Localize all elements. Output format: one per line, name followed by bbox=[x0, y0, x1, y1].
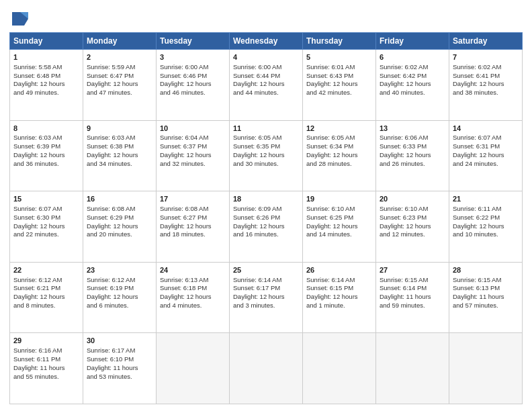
calendar-cell: 13Sunrise: 6:06 AMSunset: 6:33 PMDayligh… bbox=[376, 120, 449, 191]
day-info: Sunrise: 6:13 AMSunset: 6:18 PMDaylight:… bbox=[160, 276, 212, 309]
logo-icon bbox=[9, 9, 28, 28]
day-info: Sunrise: 6:12 AMSunset: 6:21 PMDaylight:… bbox=[13, 276, 65, 309]
day-number: 26 bbox=[306, 265, 372, 275]
calendar-cell: 7Sunrise: 6:02 AMSunset: 6:41 PMDaylight… bbox=[449, 50, 523, 121]
day-info: Sunrise: 6:14 AMSunset: 6:17 PMDaylight:… bbox=[233, 276, 285, 309]
day-number: 27 bbox=[380, 265, 445, 275]
day-info: Sunrise: 6:00 AMSunset: 6:46 PMDaylight:… bbox=[160, 63, 212, 96]
day-info: Sunrise: 6:05 AMSunset: 6:35 PMDaylight:… bbox=[233, 134, 285, 167]
day-number: 18 bbox=[233, 194, 299, 204]
day-info: Sunrise: 6:07 AMSunset: 6:31 PMDaylight:… bbox=[453, 134, 504, 167]
calendar-cell: 10Sunrise: 6:04 AMSunset: 6:37 PMDayligh… bbox=[157, 120, 230, 191]
day-number: 1 bbox=[13, 52, 79, 62]
page: SundayMondayTuesdayWednesdayThursdayFrid… bbox=[0, 0, 532, 411]
calendar-cell: 1Sunrise: 5:58 AMSunset: 6:48 PMDaylight… bbox=[10, 50, 83, 121]
day-number: 29 bbox=[13, 336, 79, 346]
day-number: 22 bbox=[13, 265, 79, 275]
day-number: 10 bbox=[160, 124, 226, 134]
calendar-cell: 4Sunrise: 6:00 AMSunset: 6:44 PMDaylight… bbox=[230, 50, 303, 121]
header bbox=[9, 7, 523, 28]
week-row-1: 1Sunrise: 5:58 AMSunset: 6:48 PMDaylight… bbox=[10, 50, 523, 121]
day-number: 5 bbox=[306, 52, 372, 62]
calendar-table: SundayMondayTuesdayWednesdayThursdayFrid… bbox=[9, 32, 523, 404]
week-row-3: 15Sunrise: 6:07 AMSunset: 6:30 PMDayligh… bbox=[10, 191, 523, 263]
day-info: Sunrise: 6:16 AMSunset: 6:11 PMDaylight:… bbox=[13, 347, 65, 379]
day-number: 19 bbox=[306, 194, 372, 204]
header-row: SundayMondayTuesdayWednesdayThursdayFrid… bbox=[10, 33, 523, 50]
calendar-cell: 9Sunrise: 6:03 AMSunset: 6:38 PMDaylight… bbox=[83, 120, 157, 191]
day-info: Sunrise: 6:03 AMSunset: 6:38 PMDaylight:… bbox=[87, 134, 138, 167]
calendar-cell: 11Sunrise: 6:05 AMSunset: 6:35 PMDayligh… bbox=[230, 120, 303, 191]
calendar-cell: 27Sunrise: 6:15 AMSunset: 6:14 PMDayligh… bbox=[376, 262, 449, 333]
calendar-cell: 21Sunrise: 6:11 AMSunset: 6:22 PMDayligh… bbox=[449, 191, 523, 263]
calendar-cell: 12Sunrise: 6:05 AMSunset: 6:34 PMDayligh… bbox=[303, 120, 376, 191]
calendar-cell bbox=[303, 333, 376, 404]
day-number: 15 bbox=[13, 194, 79, 204]
calendar-cell: 28Sunrise: 6:15 AMSunset: 6:13 PMDayligh… bbox=[449, 262, 523, 333]
day-info: Sunrise: 6:00 AMSunset: 6:44 PMDaylight:… bbox=[233, 63, 285, 96]
calendar-cell: 25Sunrise: 6:14 AMSunset: 6:17 PMDayligh… bbox=[230, 262, 303, 333]
day-number: 25 bbox=[233, 265, 299, 275]
day-number: 9 bbox=[87, 124, 152, 134]
header-day-sunday: Sunday bbox=[10, 33, 83, 50]
header-day-friday: Friday bbox=[376, 33, 449, 50]
day-info: Sunrise: 6:17 AMSunset: 6:10 PMDaylight:… bbox=[87, 347, 138, 379]
calendar-cell: 16Sunrise: 6:08 AMSunset: 6:29 PMDayligh… bbox=[83, 191, 157, 263]
calendar-cell: 14Sunrise: 6:07 AMSunset: 6:31 PMDayligh… bbox=[449, 120, 523, 191]
calendar-cell: 6Sunrise: 6:02 AMSunset: 6:42 PMDaylight… bbox=[376, 50, 449, 121]
day-info: Sunrise: 6:03 AMSunset: 6:39 PMDaylight:… bbox=[13, 134, 65, 167]
calendar-cell: 23Sunrise: 6:12 AMSunset: 6:19 PMDayligh… bbox=[83, 262, 157, 333]
day-number: 21 bbox=[453, 194, 519, 204]
calendar-cell: 20Sunrise: 6:10 AMSunset: 6:23 PMDayligh… bbox=[376, 191, 449, 263]
day-number: 28 bbox=[453, 265, 519, 275]
calendar-cell bbox=[230, 333, 303, 404]
day-info: Sunrise: 6:14 AMSunset: 6:15 PMDaylight:… bbox=[306, 276, 358, 309]
day-number: 6 bbox=[380, 52, 445, 62]
day-info: Sunrise: 6:15 AMSunset: 6:13 PMDaylight:… bbox=[453, 276, 504, 309]
calendar-cell bbox=[157, 333, 230, 404]
day-number: 23 bbox=[87, 265, 152, 275]
day-info: Sunrise: 6:07 AMSunset: 6:30 PMDaylight:… bbox=[13, 205, 65, 238]
header-day-tuesday: Tuesday bbox=[157, 33, 230, 50]
day-info: Sunrise: 6:11 AMSunset: 6:22 PMDaylight:… bbox=[453, 205, 504, 238]
day-info: Sunrise: 6:15 AMSunset: 6:14 PMDaylight:… bbox=[380, 276, 431, 309]
day-number: 14 bbox=[453, 124, 519, 134]
day-number: 13 bbox=[380, 124, 445, 134]
day-info: Sunrise: 6:04 AMSunset: 6:37 PMDaylight:… bbox=[160, 134, 212, 167]
header-day-thursday: Thursday bbox=[303, 33, 376, 50]
day-info: Sunrise: 6:12 AMSunset: 6:19 PMDaylight:… bbox=[87, 276, 138, 309]
day-info: Sunrise: 6:09 AMSunset: 6:26 PMDaylight:… bbox=[233, 205, 285, 238]
day-number: 17 bbox=[160, 194, 226, 204]
day-number: 20 bbox=[380, 194, 445, 204]
day-number: 16 bbox=[87, 194, 152, 204]
day-number: 11 bbox=[233, 124, 299, 134]
week-row-4: 22Sunrise: 6:12 AMSunset: 6:21 PMDayligh… bbox=[10, 262, 523, 333]
day-info: Sunrise: 5:59 AMSunset: 6:47 PMDaylight:… bbox=[87, 63, 138, 96]
calendar-cell bbox=[376, 333, 449, 404]
day-number: 24 bbox=[160, 265, 226, 275]
day-info: Sunrise: 6:08 AMSunset: 6:27 PMDaylight:… bbox=[160, 205, 212, 238]
day-info: Sunrise: 6:01 AMSunset: 6:43 PMDaylight:… bbox=[306, 63, 358, 96]
calendar-cell: 2Sunrise: 5:59 AMSunset: 6:47 PMDaylight… bbox=[83, 50, 157, 121]
calendar-cell: 3Sunrise: 6:00 AMSunset: 6:46 PMDaylight… bbox=[157, 50, 230, 121]
calendar-cell: 17Sunrise: 6:08 AMSunset: 6:27 PMDayligh… bbox=[157, 191, 230, 263]
day-number: 2 bbox=[87, 52, 152, 62]
day-number: 4 bbox=[233, 52, 299, 62]
calendar-cell: 26Sunrise: 6:14 AMSunset: 6:15 PMDayligh… bbox=[303, 262, 376, 333]
calendar-cell: 30Sunrise: 6:17 AMSunset: 6:10 PMDayligh… bbox=[83, 333, 157, 404]
day-number: 7 bbox=[453, 52, 519, 62]
calendar-cell: 15Sunrise: 6:07 AMSunset: 6:30 PMDayligh… bbox=[10, 191, 83, 263]
calendar-cell: 24Sunrise: 6:13 AMSunset: 6:18 PMDayligh… bbox=[157, 262, 230, 333]
calendar-cell bbox=[449, 333, 523, 404]
calendar-cell: 18Sunrise: 6:09 AMSunset: 6:26 PMDayligh… bbox=[230, 191, 303, 263]
day-info: Sunrise: 5:58 AMSunset: 6:48 PMDaylight:… bbox=[13, 63, 65, 96]
day-info: Sunrise: 6:10 AMSunset: 6:25 PMDaylight:… bbox=[306, 205, 358, 238]
day-info: Sunrise: 6:10 AMSunset: 6:23 PMDaylight:… bbox=[380, 205, 431, 238]
calendar-cell: 22Sunrise: 6:12 AMSunset: 6:21 PMDayligh… bbox=[10, 262, 83, 333]
day-info: Sunrise: 6:06 AMSunset: 6:33 PMDaylight:… bbox=[380, 134, 431, 167]
day-number: 30 bbox=[87, 336, 152, 346]
calendar-cell: 29Sunrise: 6:16 AMSunset: 6:11 PMDayligh… bbox=[10, 333, 83, 404]
day-info: Sunrise: 6:05 AMSunset: 6:34 PMDaylight:… bbox=[306, 134, 358, 167]
day-info: Sunrise: 6:08 AMSunset: 6:29 PMDaylight:… bbox=[87, 205, 138, 238]
header-day-saturday: Saturday bbox=[449, 33, 523, 50]
